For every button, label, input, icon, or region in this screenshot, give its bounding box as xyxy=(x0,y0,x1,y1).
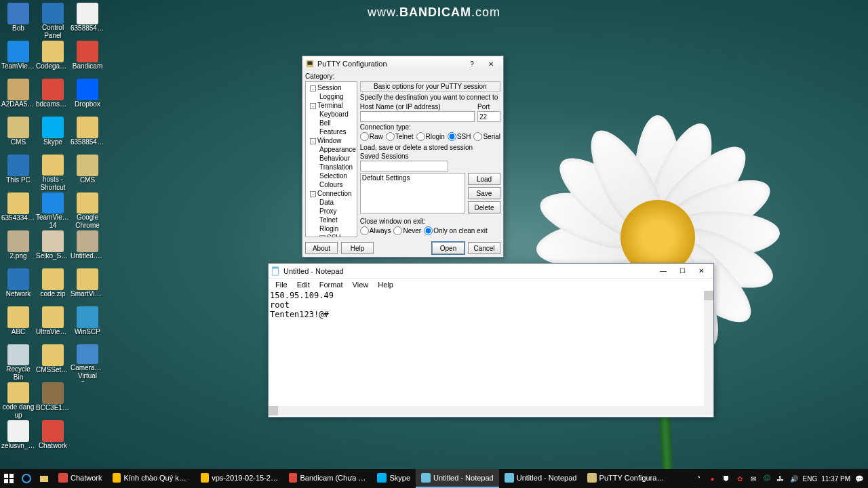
desktop-icon[interactable]: 6358854014... xyxy=(71,3,104,40)
desktop-icon[interactable]: code.zip xyxy=(36,268,70,306)
desktop-icon[interactable]: code dang up xyxy=(1,382,35,420)
menu-item[interactable]: View xyxy=(349,279,373,290)
explorer-button[interactable] xyxy=(35,469,53,488)
tray-av-icon[interactable]: ✉ xyxy=(749,474,758,483)
tree-node[interactable]: Selection xyxy=(306,171,357,180)
tray-u-icon[interactable]: Ⓤ xyxy=(762,474,772,483)
saved-input[interactable] xyxy=(360,161,448,171)
tree-node[interactable]: Proxy xyxy=(306,207,357,216)
close-button[interactable]: ✕ xyxy=(692,265,711,277)
desktop-icon[interactable]: bdcamsetu... xyxy=(36,79,70,116)
host-input[interactable] xyxy=(360,111,475,122)
tree-node[interactable]: Features xyxy=(306,127,357,136)
tray-time[interactable]: 11:37 PM xyxy=(821,475,850,483)
tree-node[interactable]: -Terminal xyxy=(306,101,357,110)
desktop-icon[interactable]: ABC xyxy=(1,306,35,344)
desktop-icon[interactable]: A2DAA57D-... xyxy=(1,79,35,116)
menu-item[interactable]: Help xyxy=(374,279,397,290)
desktop-icon[interactable]: CMS xyxy=(71,155,104,192)
desktop-icon[interactable]: Dropbox xyxy=(71,79,104,116)
tree-node[interactable]: Bell xyxy=(306,119,357,127)
about-button[interactable]: About xyxy=(305,242,338,254)
taskbar-item[interactable]: Untitled - Notepad xyxy=(416,469,499,488)
desktop-icon[interactable]: Control Panel xyxy=(36,3,70,40)
tray-notifications-icon[interactable]: 💬 xyxy=(854,474,864,483)
tray-record-icon[interactable]: ● xyxy=(708,474,717,483)
delete-button[interactable]: Delete xyxy=(468,201,500,214)
putty-titlebar[interactable]: PuTTY Configuration ? ✕ xyxy=(302,56,503,71)
maximize-button[interactable]: ☐ xyxy=(673,265,692,277)
tree-node[interactable]: -Window xyxy=(306,136,357,145)
desktop-icon[interactable]: Untitled.png xyxy=(71,230,104,268)
tree-node[interactable]: Logging xyxy=(306,92,357,101)
tray-network-icon[interactable]: 🖧 xyxy=(776,474,785,483)
conntype-option[interactable]: Telnet xyxy=(386,132,414,141)
close-button[interactable]: ✕ xyxy=(481,58,500,70)
desktop-icon[interactable]: TeamViewe... xyxy=(1,41,35,78)
tray-shield-icon[interactable]: ⛊ xyxy=(722,474,731,483)
tree-node[interactable]: -Session xyxy=(306,83,357,92)
tree-node[interactable]: Behaviour xyxy=(306,154,357,163)
desktop-icon[interactable]: BCC3E18D-... xyxy=(36,382,70,420)
taskbar-item[interactable]: Skype xyxy=(372,469,416,488)
edge-button[interactable] xyxy=(18,469,35,488)
open-button[interactable]: Open xyxy=(432,242,465,254)
desktop-icon[interactable]: Network xyxy=(1,268,35,306)
conntype-option[interactable]: SSH xyxy=(448,132,471,141)
minimize-button[interactable]: — xyxy=(654,265,673,277)
taskbar-item[interactable]: Bandicam (Chưa đặn... xyxy=(283,469,372,488)
tree-node[interactable]: Data xyxy=(306,198,357,207)
taskbar-item[interactable]: vps-2019-02-15-23-31... xyxy=(195,469,283,488)
menu-item[interactable]: Edit xyxy=(293,279,314,290)
tree-node[interactable]: -Connection xyxy=(306,189,357,198)
saved-item[interactable]: Default Settings xyxy=(362,174,463,182)
tree-node[interactable]: Colours xyxy=(306,180,357,189)
menu-item[interactable]: Format xyxy=(315,279,347,290)
desktop-icon[interactable]: 6354334140... xyxy=(1,192,35,230)
desktop-icon[interactable]: UltraViewe... xyxy=(36,306,70,344)
desktop-icon[interactable]: CMS xyxy=(1,117,35,154)
tree-node[interactable]: Keyboard xyxy=(306,110,357,119)
desktop-icon[interactable]: zelusvn_co... xyxy=(1,420,35,458)
tree-node[interactable]: Rlogin xyxy=(306,224,357,233)
tree-node[interactable]: Appearance xyxy=(306,145,357,154)
desktop-icon[interactable]: WinSCP xyxy=(71,306,104,344)
load-button[interactable]: Load xyxy=(468,173,500,185)
tray-app-icon[interactable]: ✿ xyxy=(735,474,745,483)
tray-up-icon[interactable]: ˄ xyxy=(694,474,704,483)
scrollbar-horizontal[interactable] xyxy=(269,406,704,415)
conntype-option[interactable]: Serial xyxy=(473,132,500,141)
tray-volume-icon[interactable]: 🔊 xyxy=(789,474,799,483)
help-button[interactable]: Help xyxy=(341,242,374,254)
desktop-icon[interactable]: 6358854014... xyxy=(71,117,104,154)
port-input[interactable] xyxy=(477,111,500,122)
desktop-icon[interactable]: TeamViewer 14 xyxy=(36,192,70,230)
desktop-icon[interactable]: CameraFTP Virtual Se... xyxy=(71,344,104,382)
desktop-icon[interactable]: Google Chrome xyxy=(71,192,104,230)
desktop-icon[interactable]: Codegaoba... xyxy=(36,41,70,78)
taskbar-item[interactable]: Chatwork xyxy=(53,469,107,488)
desktop-icon[interactable]: Bandicam xyxy=(71,41,104,78)
desktop-icon[interactable]: CMSSetup.... xyxy=(36,344,70,382)
desktop-icon[interactable]: Seiko_SRP4... xyxy=(36,230,70,268)
conntype-option[interactable]: Rlogin xyxy=(416,132,445,141)
conntype-option[interactable]: Raw xyxy=(360,132,383,141)
desktop-icon[interactable]: Chatwork xyxy=(36,420,70,458)
taskbar-item[interactable]: Untitled - Notepad xyxy=(499,469,583,488)
desktop-icon[interactable]: SmartViewe... xyxy=(71,268,104,306)
save-button[interactable]: Save xyxy=(468,187,500,199)
saved-sessions-list[interactable]: Default Settings xyxy=(360,173,465,214)
closeopt-option[interactable]: Never xyxy=(393,226,421,235)
desktop-icon[interactable]: hosts - Shortcut xyxy=(36,155,70,192)
start-button[interactable] xyxy=(0,469,18,488)
desktop-icon[interactable]: Bob xyxy=(1,3,35,40)
category-tree[interactable]: -SessionLogging-TerminalKeyboardBellFeat… xyxy=(305,81,357,237)
menu-item[interactable]: File xyxy=(271,279,292,290)
desktop-icon[interactable]: This PC xyxy=(1,155,35,192)
help-button[interactable]: ? xyxy=(462,58,481,70)
closeopt-option[interactable]: Always xyxy=(360,226,391,235)
closeopt-option[interactable]: Only on clean exit xyxy=(424,226,488,235)
tree-node[interactable]: +SSH xyxy=(306,233,357,237)
desktop-icon[interactable]: Recycle Bin xyxy=(1,344,35,382)
notepad-textarea[interactable] xyxy=(269,291,704,406)
